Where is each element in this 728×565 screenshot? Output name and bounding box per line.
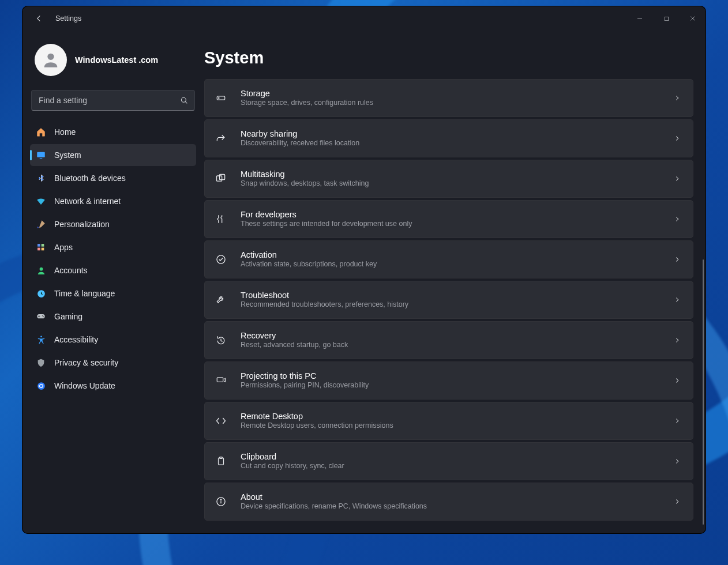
- card-title: Troubleshoot: [241, 290, 661, 300]
- sidebar-item-gaming[interactable]: Gaming: [30, 306, 196, 327]
- card-description: Reset, advanced startup, go back: [241, 341, 661, 350]
- card-texts: AboutDevice specifications, rename PC, W…: [241, 492, 661, 511]
- bluetooth-icon: [36, 173, 46, 183]
- maximize-icon: [663, 16, 670, 22]
- chevron-right-icon: [673, 376, 681, 385]
- remote-icon: [214, 414, 228, 428]
- card-title: Storage: [241, 88, 661, 99]
- scrollbar-thumb[interactable]: [703, 259, 704, 525]
- minimize-icon: [636, 15, 643, 22]
- account-icon: [36, 265, 46, 276]
- card-texts: TroubleshootRecommended troubleshooters,…: [241, 290, 661, 310]
- search-input[interactable]: [37, 95, 179, 106]
- sidebar-item-label: Home: [54, 127, 76, 137]
- card-title: For developers: [241, 209, 661, 220]
- card-description: Storage space, drives, configuration rul…: [241, 99, 661, 108]
- profile-name: WindowsLatest .com: [75, 55, 158, 65]
- scrollbar-track[interactable]: [703, 86, 704, 526]
- settings-card-troubleshoot[interactable]: TroubleshootRecommended troubleshooters,…: [204, 281, 693, 319]
- chevron-right-icon: [673, 457, 681, 465]
- sidebar-item-network-internet[interactable]: Network & internet: [30, 190, 196, 212]
- svg-rect-10: [42, 244, 44, 247]
- svg-rect-25: [217, 378, 223, 382]
- gaming-icon: [36, 311, 46, 322]
- multitask-icon: [214, 172, 228, 186]
- sidebar-item-label: Personalization: [54, 220, 110, 229]
- svg-rect-7: [37, 152, 45, 157]
- settings-card-recovery[interactable]: RecoveryReset, advanced startup, go back: [204, 321, 693, 359]
- settings-card-multitasking[interactable]: MultitaskingSnap windows, desktops, task…: [204, 160, 693, 198]
- chevron-right-icon: [673, 134, 681, 142]
- sidebar-item-system[interactable]: System: [30, 144, 196, 166]
- sidebar-item-accessibility[interactable]: Accessibility: [30, 329, 196, 351]
- sidebar: WindowsLatest .com HomeSystemBluetooth &…: [22, 31, 204, 534]
- svg-line-6: [185, 101, 187, 103]
- sidebar-item-time-language[interactable]: Time & language: [30, 282, 196, 304]
- card-texts: ClipboardCut and copy history, sync, cle…: [241, 451, 661, 471]
- card-texts: Nearby sharingDiscoverability, received …: [241, 129, 661, 148]
- close-button[interactable]: [680, 9, 706, 28]
- settings-card-nearby-sharing[interactable]: Nearby sharingDiscoverability, received …: [204, 119, 693, 157]
- window-controls: [626, 9, 706, 28]
- card-description: Permissions, pairing PIN, discoverabilit…: [241, 381, 661, 390]
- card-title: Nearby sharing: [241, 129, 661, 139]
- chevron-right-icon: [673, 215, 681, 223]
- settings-card-activation[interactable]: ActivationActivation state, subscription…: [204, 240, 693, 278]
- devtools-icon: [214, 212, 228, 226]
- card-texts: ActivationActivation state, subscription…: [241, 250, 661, 269]
- card-description: These settings are intended for developm…: [241, 220, 661, 229]
- wrench-icon: [214, 293, 228, 307]
- settings-card-about[interactable]: AboutDevice specifications, rename PC, W…: [204, 483, 693, 521]
- back-button[interactable]: [33, 13, 45, 24]
- sidebar-item-apps[interactable]: Apps: [30, 236, 196, 258]
- avatar: [35, 44, 67, 76]
- card-texts: For developersThese settings are intende…: [241, 209, 661, 229]
- card-title: Recovery: [241, 330, 661, 341]
- home-icon: [36, 127, 46, 137]
- settings-card-for-developers[interactable]: For developersThese settings are intende…: [204, 200, 693, 238]
- chevron-right-icon: [673, 255, 681, 263]
- card-texts: MultitaskingSnap windows, desktops, task…: [241, 169, 661, 189]
- svg-point-4: [47, 54, 54, 60]
- update-icon: [36, 381, 46, 391]
- person-icon: [41, 50, 61, 70]
- sidebar-item-label: Gaming: [54, 312, 82, 321]
- card-description: Snap windows, desktops, task switching: [241, 179, 661, 189]
- settings-window: Settings WindowsLatest .com: [22, 6, 706, 534]
- chevron-right-icon: [673, 296, 681, 304]
- sidebar-item-personalization[interactable]: Personalization: [30, 213, 196, 235]
- sidebar-item-accounts[interactable]: Accounts: [30, 259, 196, 281]
- project-icon: [214, 374, 228, 387]
- search-icon: [179, 96, 189, 105]
- check-icon: [214, 253, 228, 266]
- settings-card-projecting-to-this-pc[interactable]: Projecting to this PCPermissions, pairin…: [204, 361, 693, 400]
- card-title: Multitasking: [241, 169, 661, 179]
- settings-card-clipboard[interactable]: ClipboardCut and copy history, sync, cle…: [204, 442, 693, 480]
- svg-point-16: [42, 315, 43, 317]
- settings-card-remote-desktop[interactable]: Remote DesktopRemote Desktop users, conn…: [204, 402, 693, 440]
- brush-icon: [36, 219, 46, 229]
- wifi-icon: [36, 196, 46, 206]
- apps-icon: [36, 242, 46, 253]
- sidebar-item-label: Network & internet: [54, 197, 121, 206]
- sidebar-item-label: Time & language: [54, 289, 115, 298]
- sidebar-item-label: Accessibility: [54, 335, 98, 344]
- profile-block[interactable]: WindowsLatest .com: [22, 44, 204, 90]
- sidebar-item-bluetooth-devices[interactable]: Bluetooth & devices: [30, 167, 196, 189]
- search-box[interactable]: [31, 90, 195, 111]
- svg-point-17: [43, 316, 44, 317]
- page-title: System: [204, 48, 696, 79]
- chevron-right-icon: [673, 336, 681, 344]
- share-icon: [214, 131, 228, 145]
- sidebar-item-home[interactable]: Home: [30, 121, 196, 143]
- minimize-button[interactable]: [626, 9, 653, 28]
- settings-card-storage[interactable]: StorageStorage space, drives, configurat…: [204, 79, 693, 117]
- svg-rect-1: [665, 17, 668, 20]
- sidebar-item-windows-update[interactable]: Windows Update: [30, 375, 196, 397]
- maximize-button[interactable]: [653, 9, 680, 28]
- sidebar-item-label: Windows Update: [54, 381, 115, 390]
- svg-rect-8: [40, 158, 43, 159]
- svg-point-18: [40, 336, 42, 337]
- sidebar-item-privacy-security[interactable]: Privacy & security: [30, 352, 196, 374]
- sidebar-item-label: System: [54, 150, 81, 160]
